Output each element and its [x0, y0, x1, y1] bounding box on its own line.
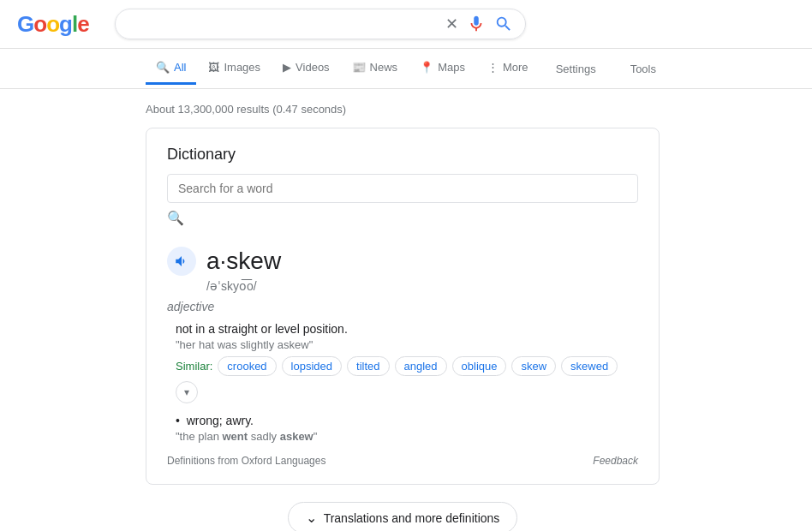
bold-askew: askew — [280, 430, 313, 443]
translations-label: Translations and more definitions — [324, 511, 500, 525]
similar-row: Similar: crooked lopsided tilted angled … — [176, 356, 638, 403]
nav-maps-label: Maps — [438, 61, 465, 74]
word-header: a·skew — [167, 247, 638, 276]
def-text-2: • wrong; awry. — [176, 414, 638, 427]
mic-icon[interactable] — [467, 15, 486, 33]
oxford-source: Definitions from Oxford Languages — [167, 455, 325, 467]
sound-button[interactable] — [167, 247, 196, 276]
nav-images-label: Images — [224, 61, 260, 74]
nav-all-label: All — [174, 61, 186, 74]
search-input[interactable]: askew — [128, 16, 439, 32]
def-text-1: not in a straight or level position. — [176, 322, 638, 336]
all-icon: 🔍 — [156, 61, 170, 74]
results-count: About 13,300,000 results (0.47 seconds) — [146, 103, 666, 116]
logo-g2: g — [59, 11, 72, 38]
nav-images[interactable]: 🖼 Images — [198, 52, 271, 85]
dictionary-footer: Definitions from Oxford Languages Feedba… — [167, 455, 638, 467]
word-text: a·skew — [206, 248, 281, 275]
def-example-2: "the plan went sadly askew" — [176, 430, 638, 443]
similar-label: Similar: — [176, 360, 212, 373]
dictionary-search-input[interactable] — [167, 174, 638, 203]
tools-button[interactable]: Tools — [620, 56, 666, 82]
news-icon: 📰 — [352, 61, 366, 74]
dictionary-title: Dictionary — [167, 146, 638, 164]
nav-more-label: More — [503, 61, 528, 74]
header: Google askew ✕ — [0, 0, 812, 49]
part-of-speech: adjective — [167, 300, 638, 313]
images-icon: 🖼 — [208, 61, 219, 74]
google-logo[interactable]: Google — [17, 11, 89, 38]
bold-went: went — [223, 430, 248, 443]
nav-more[interactable]: ⋮ More — [477, 52, 539, 85]
translations-wrapper: ⌄ Translations and more definitions — [146, 502, 660, 531]
search-bar-icons: ✕ — [445, 15, 513, 33]
nav-videos-label: Videos — [296, 61, 330, 74]
nav-news[interactable]: 📰 News — [342, 52, 409, 85]
speaker-icon — [174, 254, 189, 269]
logo-e: e — [77, 11, 88, 38]
nav-news-label: News — [370, 61, 398, 74]
feedback-button[interactable]: Feedback — [593, 455, 638, 467]
definition-2: • wrong; awry. "the plan went sadly aske… — [167, 414, 638, 443]
maps-icon: 📍 — [420, 61, 433, 74]
search-bar: askew ✕ — [115, 9, 526, 39]
dictionary-card: Dictionary 🔍 a·skew /əˈskyo͞o/ adjective… — [146, 128, 660, 485]
nav-all[interactable]: 🔍 All — [146, 52, 196, 85]
dictionary-search-icon[interactable]: 🔍 — [167, 210, 184, 226]
nav-videos[interactable]: ▶ Videos — [272, 52, 340, 85]
logo-o2: o — [46, 11, 59, 38]
def-example-1: "her hat was slightly askew" — [176, 338, 638, 351]
logo-o1: o — [33, 11, 46, 38]
search-submit-icon[interactable] — [494, 15, 513, 33]
clear-icon[interactable]: ✕ — [445, 15, 458, 33]
similar-tag-skewed[interactable]: skewed — [561, 356, 618, 376]
search-nav: 🔍 All 🖼 Images ▶ Videos 📰 News 📍 Maps ⋮ … — [0, 49, 812, 89]
nav-maps[interactable]: 📍 Maps — [409, 52, 475, 85]
logo-g: G — [17, 11, 33, 38]
results-area: About 13,300,000 results (0.47 seconds) … — [0, 89, 812, 531]
videos-icon: ▶ — [283, 61, 291, 74]
similar-tag-crooked[interactable]: crooked — [218, 356, 276, 376]
pronunciation: /əˈskyo͞o/ — [206, 279, 638, 293]
settings-button[interactable]: Settings — [546, 56, 606, 82]
translations-button[interactable]: ⌄ Translations and more definitions — [288, 502, 518, 531]
chevron-down-icon: ⌄ — [306, 510, 317, 526]
similar-tag-angled[interactable]: angled — [395, 356, 447, 376]
nav-right: Settings Tools — [546, 56, 666, 82]
similar-tag-tilted[interactable]: tilted — [347, 356, 389, 376]
more-icon: ⋮ — [487, 61, 499, 74]
definition-1: not in a straight or level position. "he… — [167, 322, 638, 403]
similar-tag-skew[interactable]: skew — [511, 356, 556, 376]
similar-tag-lopsided[interactable]: lopsided — [282, 356, 342, 376]
similar-more-button[interactable]: ▾ — [176, 381, 198, 403]
similar-tag-oblique[interactable]: oblique — [452, 356, 507, 376]
